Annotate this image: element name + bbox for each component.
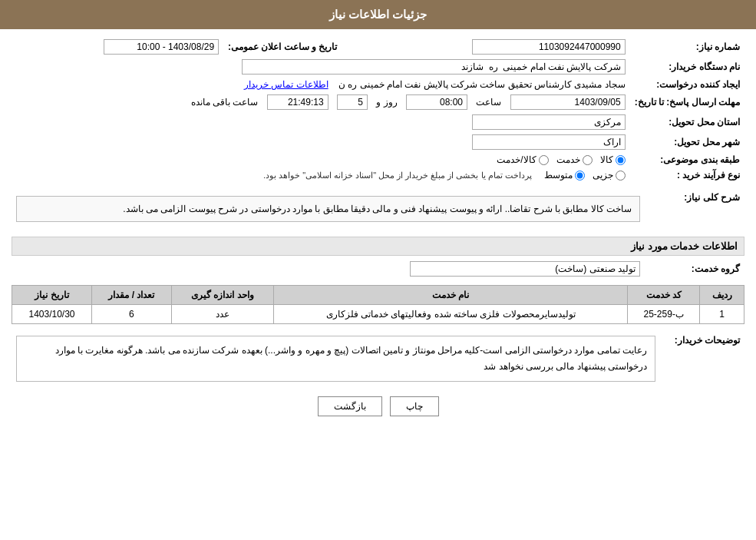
tabaqe-options: کالا خدمت کالا/خدمت xyxy=(12,152,630,167)
khadamat-section-title: اطلاعات خدمات مورد نیاز xyxy=(12,237,744,256)
page-title: جزئیات اطلاعات نیاز xyxy=(329,8,427,21)
saat-label: ساعت xyxy=(476,97,501,108)
col-radif: ردیف xyxy=(700,286,744,305)
group-khedmat-label: گروه خدمت: xyxy=(645,259,744,279)
name-dastgah-label: نام دستگاه خریدار: xyxy=(630,57,744,77)
radio-motavaset-label: متوسط xyxy=(544,170,573,181)
tarikh-input[interactable] xyxy=(104,39,219,55)
cell-tedad: 6 xyxy=(92,305,172,324)
tawzihat-text: رعایت تمامی موارد درخواستی الزامی است-کل… xyxy=(16,336,655,382)
ostan-input[interactable] xyxy=(472,114,626,130)
ijad-konande-value: سجاد مشیدی کارشناس تحقیق ساخت شرکت پالای… xyxy=(12,77,630,92)
mohlat-clock-input[interactable] xyxy=(267,94,328,110)
navoe-label: نوع فرآیند خرید : xyxy=(630,167,744,183)
shahr-value xyxy=(12,132,630,152)
tawzihat-cell: رعایت تمامی موارد درخواستی الزامی است-کل… xyxy=(12,330,660,387)
group-khedmat-value xyxy=(12,259,645,279)
tarikh-value xyxy=(12,37,223,57)
tarikh-label: تاریخ و ساعت اعلان عمومی: xyxy=(223,37,352,57)
group-khedmat-table: گروه خدمت: xyxy=(12,259,744,279)
sharh-text-cell: ساخت کالا مطابق با شرح تقاضا.. ارائه و پ… xyxy=(12,187,645,230)
page-header: جزئیات اطلاعات نیاز xyxy=(0,0,756,29)
shomare-niaz-input[interactable] xyxy=(472,39,626,55)
shahr-label: شهر محل تحویل: xyxy=(630,132,744,152)
back-button[interactable]: بازگشت xyxy=(318,396,382,416)
tawzihat-table: توضیحات خریدار: رعایت تمامی موارد درخواس… xyxy=(12,330,744,387)
name-dastgah-value xyxy=(12,57,630,77)
main-info-table: شماره نیاز: تاریخ و ساعت اعلان عمومی: نا… xyxy=(12,37,744,183)
group-khedmat-input[interactable] xyxy=(410,261,640,277)
ostan-label: استان محل تحویل: xyxy=(630,112,744,132)
sharh-text: ساخت کالا مطابق با شرح تقاضا.. ارائه و پ… xyxy=(16,196,640,222)
cell-kod: ب-259-25 xyxy=(628,305,700,324)
col-kod: کد خدمت xyxy=(628,286,700,305)
sharh-table: شرح کلی نیاز: ساخت کالا مطابق با شرح تقا… xyxy=(12,187,744,230)
name-dastgah-input[interactable] xyxy=(242,59,626,75)
col-tarikh: تاریخ نیاز xyxy=(12,286,92,305)
mohlat-label: مهلت ارسال پاسخ: تا تاریخ: xyxy=(630,92,744,112)
cell-radif: 1 xyxy=(700,305,744,324)
content-area: شماره نیاز: تاریخ و ساعت اعلان عمومی: نا… xyxy=(0,29,756,430)
ijad-konande-link[interactable]: اطلاعات تماس خریدار xyxy=(244,79,328,90)
radio-kala[interactable]: کالا xyxy=(600,154,626,165)
print-button[interactable]: چاپ xyxy=(390,396,439,416)
col-vahed: واحد اندازه گیری xyxy=(171,286,273,305)
radio-khedmat-label: خدمت xyxy=(556,154,580,165)
sharh-label: شرح کلی نیاز: xyxy=(645,187,744,230)
navoe-row: جزیی متوسط پرداخت تمام یا بخشی از مبلغ خ… xyxy=(12,167,630,183)
tabaqe-label: طبقه بندی موضوعی: xyxy=(630,152,744,167)
radio-motavaset[interactable]: متوسط xyxy=(544,170,585,181)
radio-kala-label: کالا xyxy=(600,154,613,165)
ijad-konande-text: سجاد مشیدی کارشناس تحقیق ساخت شرکت پالای… xyxy=(338,79,626,90)
mohlat-date-input[interactable] xyxy=(510,94,626,110)
mohlat-day-input[interactable] xyxy=(337,94,368,110)
services-table: ردیف کد خدمت نام خدمت واحد اندازه گیری ت… xyxy=(12,285,744,324)
navoe-description: پرداخت تمام یا بخشی از مبلغ خریدار از مح… xyxy=(263,171,532,181)
mohlat-remaining-label: ساعت باقی مانده xyxy=(191,97,259,108)
col-tedad: تعداد / مقدار xyxy=(92,286,172,305)
radio-jozi-label: جزیی xyxy=(593,170,613,181)
page-container: جزئیات اطلاعات نیاز شماره نیاز: تاریخ و … xyxy=(0,0,756,540)
col-name: نام خدمت xyxy=(274,286,628,305)
mohlat-row: ساعت روز و ساعت باقی مانده xyxy=(12,92,630,112)
ijad-konande-label: ایجاد کننده درخواست: xyxy=(630,77,744,92)
roz-label: روز و xyxy=(376,97,397,108)
cell-name: تولیدسایرمحصولات فلزی ساخته شده وفعالیته… xyxy=(274,305,628,324)
buttons-row: چاپ بازگشت xyxy=(12,396,744,416)
shomare-niaz-value xyxy=(352,37,629,57)
radio-khedmat[interactable]: خدمت xyxy=(556,154,593,165)
radio-kala-khedmat-label: کالا/خدمت xyxy=(497,154,536,165)
ostan-value xyxy=(12,112,630,132)
shahr-input[interactable] xyxy=(472,134,626,150)
tawzihat-label: توضیحات خریدار: xyxy=(660,330,744,387)
shomare-niaz-label: شماره نیاز: xyxy=(630,37,744,57)
mohlat-time-input[interactable] xyxy=(406,94,467,110)
radio-jozi[interactable]: جزیی xyxy=(593,170,626,181)
cell-tarikh: 1403/10/30 xyxy=(12,305,92,324)
table-row: 1 ب-259-25 تولیدسایرمحصولات فلزی ساخته ش… xyxy=(12,305,744,324)
cell-vahed: عدد xyxy=(171,305,273,324)
radio-kala-khedmat[interactable]: کالا/خدمت xyxy=(497,154,548,165)
